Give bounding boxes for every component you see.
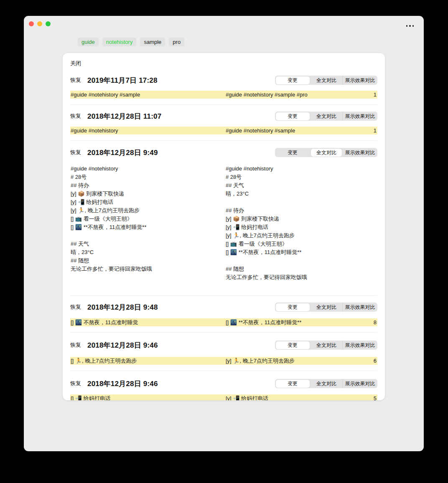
segment-changes[interactable]: 变更 bbox=[276, 380, 310, 388]
fulltext-new-column: #guide #notehistory # 28号 ## 天气 晴，23°C #… bbox=[226, 165, 377, 282]
zoom-window-button[interactable] bbox=[46, 21, 51, 26]
segment-full-compare[interactable]: 全文对比 bbox=[311, 149, 342, 157]
segmented-control: 变更 全文对比 展示效果对比 bbox=[275, 341, 377, 350]
history-panel: 关闭 恢复 2019年11月7日 17:28 变更 全文对比 展示效果对比 #g… bbox=[63, 53, 385, 400]
diff-row: [] 🌃 不熬夜，11点准时睡觉 [] 🌃 **不熬夜，11点准时睡觉** 8 bbox=[70, 318, 377, 326]
history-entry-header: 恢复 2018年12月28日 9:49 变更 全文对比 展示效果对比 bbox=[70, 148, 377, 157]
app-window: guide notehistory sample pro 关闭 恢复 2019年… bbox=[24, 16, 424, 451]
diff-line-number: 6 bbox=[372, 358, 377, 364]
entry-date: 2019年11月7日 17:28 bbox=[87, 76, 158, 85]
segmented-control: 变更 全文对比 展示效果对比 bbox=[275, 112, 377, 121]
entry-date: 2018年12月28日 9:46 bbox=[87, 341, 158, 350]
diff-line-number: 1 bbox=[372, 127, 377, 134]
fulltext-old-column: #guide #notehistory # 28号 ## 待办 [y] 📦 到家… bbox=[70, 165, 226, 282]
segment-render-compare[interactable]: 展示效果对比 bbox=[342, 341, 377, 350]
segment-render-compare[interactable]: 展示效果对比 bbox=[342, 112, 377, 121]
restore-button[interactable]: 恢复 bbox=[70, 341, 81, 349]
segment-render-compare[interactable]: 展示效果对比 bbox=[342, 303, 377, 312]
history-entry-header: 恢复 2018年12月28日 9:46 变更 全文对比 展示效果对比 bbox=[70, 341, 377, 350]
segment-changes[interactable]: 变更 bbox=[276, 112, 310, 120]
restore-button[interactable]: 恢复 bbox=[70, 380, 81, 387]
segmented-control: 变更 全文对比 展示效果对比 bbox=[275, 76, 377, 85]
minimize-window-button[interactable] bbox=[37, 21, 42, 26]
segment-full-compare[interactable]: 全文对比 bbox=[310, 303, 342, 312]
segment-render-compare[interactable]: 展示效果对比 bbox=[342, 148, 377, 157]
entry-separator bbox=[70, 295, 377, 296]
history-entry-header: 恢复 2018年12月28日 9:46 变更 全文对比 展示效果对比 bbox=[70, 379, 377, 388]
tag-guide[interactable]: guide bbox=[78, 38, 99, 46]
window-controls bbox=[29, 21, 51, 26]
segment-full-compare[interactable]: 全文对比 bbox=[310, 112, 342, 121]
fulltext-compare: #guide #notehistory # 28号 ## 待办 [y] 📦 到家… bbox=[70, 165, 377, 282]
diff-new-text: #guide #notehistory #sample #pro bbox=[226, 92, 372, 98]
diff-line-number: 5 bbox=[372, 395, 377, 400]
diff-row: #guide #notehistory #guide #notehistory … bbox=[70, 127, 377, 135]
ellipsis-menu-icon[interactable] bbox=[406, 25, 414, 27]
tag-bar: guide notehistory sample pro bbox=[78, 38, 184, 46]
segment-render-compare[interactable]: 展示效果对比 bbox=[342, 379, 377, 388]
entry-date: 2018年12月28日 9:49 bbox=[87, 148, 158, 158]
tag-sample[interactable]: sample bbox=[140, 38, 165, 46]
entry-separator bbox=[70, 104, 377, 105]
segment-full-compare[interactable]: 全文对比 bbox=[310, 379, 342, 388]
entry-date: 2018年12月28日 11:07 bbox=[87, 112, 161, 121]
diff-old-text: #guide #notehistory bbox=[70, 127, 226, 134]
diff-old-text: [] 🌃 不熬夜，11点准时睡觉 bbox=[70, 319, 226, 326]
close-window-button[interactable] bbox=[29, 21, 34, 26]
segment-full-compare[interactable]: 全文对比 bbox=[310, 76, 342, 85]
diff-new-text: [y] 📲 给妈打电话 bbox=[226, 395, 372, 401]
restore-button[interactable]: 恢复 bbox=[70, 303, 81, 311]
entry-date: 2018年12月28日 9:46 bbox=[87, 379, 158, 389]
segment-render-compare[interactable]: 展示效果对比 bbox=[342, 76, 377, 85]
diff-new-text: [y] 🏃, 晚上7点约王明去跑步 bbox=[226, 357, 372, 365]
segment-full-compare[interactable]: 全文对比 bbox=[310, 341, 342, 350]
diff-line-number: 8 bbox=[372, 319, 377, 325]
tag-notehistory[interactable]: notehistory bbox=[102, 38, 137, 46]
restore-button[interactable]: 恢复 bbox=[70, 149, 81, 156]
entry-separator bbox=[70, 371, 377, 371]
diff-row: [] 📲 给妈打电话 [y] 📲 给妈打电话 5 bbox=[70, 394, 377, 400]
segmented-control: 变更 全文对比 展示效果对比 bbox=[275, 148, 377, 157]
entry-separator bbox=[70, 140, 377, 141]
segmented-control: 变更 全文对比 展示效果对比 bbox=[275, 303, 377, 312]
diff-row: [] 🏃, 晚上7点约王明去跑步 [y] 🏃, 晚上7点约王明去跑步 6 bbox=[70, 357, 377, 365]
diff-line-number: 1 bbox=[372, 92, 377, 98]
diff-new-text: [] 🌃 **不熬夜，11点准时睡觉** bbox=[226, 319, 372, 326]
history-entry-header: 恢复 2018年12月28日 9:48 变更 全文对比 展示效果对比 bbox=[70, 303, 377, 312]
segment-changes[interactable]: 变更 bbox=[276, 76, 310, 84]
segment-changes[interactable]: 变更 bbox=[275, 148, 310, 157]
segmented-control: 变更 全文对比 展示效果对比 bbox=[275, 379, 377, 388]
entry-date: 2018年12月28日 9:48 bbox=[87, 303, 158, 312]
diff-new-text: #guide #notehistory #sample bbox=[226, 127, 372, 134]
diff-old-text: [] 📲 给妈打电话 bbox=[70, 395, 226, 401]
restore-button[interactable]: 恢复 bbox=[70, 112, 81, 120]
segment-changes[interactable]: 变更 bbox=[276, 341, 310, 349]
diff-row: #guide #notehistory #sample #guide #note… bbox=[70, 91, 377, 99]
diff-old-text: [] 🏃, 晚上7点约王明去跑步 bbox=[70, 357, 226, 365]
entry-separator bbox=[70, 332, 377, 333]
history-entry-header: 恢复 2019年11月7日 17:28 变更 全文对比 展示效果对比 bbox=[70, 76, 377, 85]
segment-changes[interactable]: 变更 bbox=[276, 303, 310, 311]
tag-pro[interactable]: pro bbox=[169, 38, 184, 46]
history-entry-header: 恢复 2018年12月28日 11:07 变更 全文对比 展示效果对比 bbox=[70, 112, 377, 121]
diff-old-text: #guide #notehistory #sample bbox=[70, 92, 226, 98]
close-panel-button[interactable]: 关闭 bbox=[70, 53, 83, 67]
restore-button[interactable]: 恢复 bbox=[70, 76, 81, 84]
